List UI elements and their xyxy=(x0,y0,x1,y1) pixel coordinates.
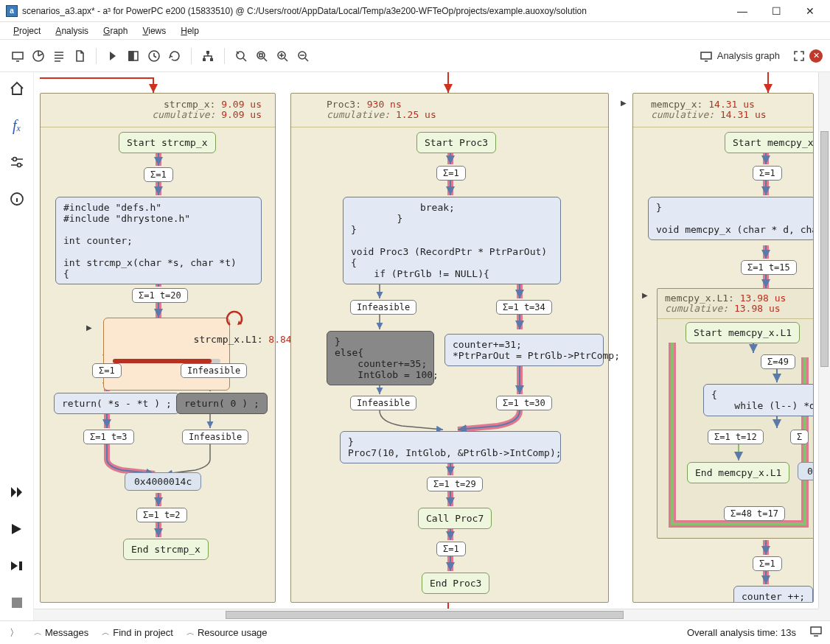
svg-rect-17 xyxy=(19,561,22,570)
node-sigma[interactable]: Σ=1 xyxy=(753,166,782,181)
menu-graph[interactable]: Graph xyxy=(96,24,135,38)
node-return[interactable]: return( *s - *t ) ; xyxy=(54,393,180,414)
node-code[interactable]: counter+=31; *PtrParOut = PtrGlb->PtrCom… xyxy=(444,334,604,366)
play-to-end-icon[interactable] xyxy=(5,554,29,578)
node-code-dead[interactable]: } else{ counter+=35; IntGlob = 100; xyxy=(327,331,434,385)
refresh-icon[interactable] xyxy=(164,46,185,66)
node-edge[interactable]: Σ xyxy=(790,430,809,444)
half-icon[interactable] xyxy=(123,46,144,66)
node-end[interactable]: End strcmp_x xyxy=(123,539,209,560)
zoom-fit-icon[interactable] xyxy=(251,46,272,66)
node-edge[interactable]: Σ=1 t=34 xyxy=(496,300,552,315)
error-icon[interactable]: ✕ xyxy=(809,49,823,63)
node-sigma[interactable]: Σ=1 xyxy=(92,363,122,378)
menu-analysis[interactable]: Analysis xyxy=(48,24,96,38)
clock-icon[interactable] xyxy=(144,46,164,66)
panel-strcmp_x: strcmp_x: 9.09 us cumulative: 9.09 us xyxy=(40,93,276,603)
node-infeasible[interactable]: Infeasible xyxy=(182,430,248,444)
status-overall-time: Overall analysis time: 13s xyxy=(687,627,796,638)
node-loop-hot[interactable]: strcmp_x.L1: 8.84 us xyxy=(103,318,230,391)
fullscreen-icon[interactable] xyxy=(789,46,809,66)
svg-rect-3 xyxy=(129,52,133,60)
step-icon[interactable] xyxy=(102,46,123,66)
graph-icon xyxy=(700,49,713,63)
fx-icon[interactable]: fx xyxy=(5,113,29,137)
node-sigma[interactable]: Σ=1 xyxy=(436,542,466,556)
node-start[interactable]: Start strcmp_x xyxy=(119,132,216,153)
svg-rect-10 xyxy=(259,54,262,57)
status-find[interactable]: ︿Find in project xyxy=(102,627,173,638)
svg-rect-19 xyxy=(811,627,821,634)
node-edge[interactable]: Σ=1 t=30 xyxy=(496,396,552,410)
maximize-button[interactable]: ☐ xyxy=(759,0,793,22)
node-call[interactable]: Call Proc7 xyxy=(418,508,492,529)
panel-memcpy_x: memcpy_x: 14.31 us cumulative: 14.31 us xyxy=(632,93,814,603)
titlebar: a scenarios_a3.apx* - a³ for PowerPC e20… xyxy=(0,0,830,22)
status-messages[interactable]: ︿Messages xyxy=(34,627,88,638)
node-end[interactable]: End memcpy_x.L1 xyxy=(687,462,789,483)
node-sigma[interactable]: Σ=49 xyxy=(761,354,795,369)
node-sigma[interactable]: Σ=1 xyxy=(436,166,466,181)
tree-icon[interactable] xyxy=(198,46,218,66)
close-button[interactable]: ✕ xyxy=(793,0,827,22)
sidebar: fx xyxy=(0,72,34,620)
horizontal-scrollbar[interactable] xyxy=(34,609,818,620)
node-sigma[interactable]: Σ=1 xyxy=(144,167,173,182)
node-code[interactable]: break; } } void Proc3 (RecordPtr * PtrPa… xyxy=(343,197,561,284)
svg-point-14 xyxy=(13,158,16,161)
fast-forward-icon[interactable] xyxy=(5,480,29,504)
play-icon[interactable] xyxy=(5,517,29,541)
node-edge[interactable]: Σ=48 t=17 xyxy=(724,506,785,521)
node-start[interactable]: Start memcpy_x.L1 xyxy=(686,322,800,343)
node-code[interactable]: #include "defs.h" #include "dhrystone.h"… xyxy=(55,197,262,284)
sliders-icon[interactable] xyxy=(5,150,29,174)
menu-help[interactable]: Help xyxy=(173,24,206,38)
node-code[interactable]: } void memcpy_x (char * d, cha xyxy=(648,197,814,240)
svg-rect-18 xyxy=(12,598,22,608)
zoom-out-icon[interactable] xyxy=(293,46,313,66)
vertical-scrollbar[interactable] xyxy=(818,72,830,609)
document-icon[interactable] xyxy=(69,46,90,66)
node-sigma[interactable]: Σ=1 xyxy=(753,556,782,571)
expand-sidebar-icon[interactable]: 〉 xyxy=(7,626,21,640)
node-infeasible[interactable]: Infeasible xyxy=(350,300,416,315)
expand-triangle[interactable]: ▶ xyxy=(86,323,92,332)
svg-rect-6 xyxy=(203,58,206,61)
home-icon[interactable] xyxy=(5,77,29,100)
expand-triangle[interactable]: ▶ xyxy=(621,99,627,107)
node-address[interactable]: 0x4000014c xyxy=(125,472,201,491)
svg-rect-0 xyxy=(13,52,23,59)
node-infeasible[interactable]: Infeasible xyxy=(350,396,416,410)
list-icon[interactable] xyxy=(49,46,69,66)
node-edge[interactable]: Σ=1 t=3 xyxy=(83,430,134,444)
zoom-in-icon[interactable] xyxy=(272,46,293,66)
node-end[interactable]: End Proc3 xyxy=(422,573,489,594)
node-return-dead[interactable]: return( 0 ) ; xyxy=(176,393,268,414)
info-icon[interactable] xyxy=(5,187,29,211)
status-resource[interactable]: ︿Resource usage xyxy=(186,627,268,638)
node-start[interactable]: Start memcpy_x xyxy=(725,132,814,153)
node-address[interactable]: 0x xyxy=(798,462,814,480)
node-code[interactable]: { while (l--) *d++ xyxy=(703,384,814,416)
node-start[interactable]: Start Proc3 xyxy=(416,132,496,153)
node-edge[interactable]: Σ=1 t=20 xyxy=(132,288,188,303)
node-edge[interactable]: Σ=1 t=12 xyxy=(708,430,764,444)
stop-icon[interactable] xyxy=(5,591,29,615)
menubar: Project Analysis Graph Views Help xyxy=(0,22,830,40)
pie-icon[interactable] xyxy=(28,46,49,66)
node-edge[interactable]: Σ=1 t=2 xyxy=(136,508,187,522)
minimize-button[interactable]: — xyxy=(725,0,759,22)
graph-canvas[interactable]: strcmp_x: 9.09 us cumulative: 9.09 us xyxy=(34,72,818,609)
node-infeasible[interactable]: Infeasible xyxy=(181,363,247,378)
node-code[interactable]: counter ++; xyxy=(733,586,813,603)
node-edge[interactable]: Σ=1 t=15 xyxy=(741,260,797,275)
analysis-graph-label: Analysis graph xyxy=(700,49,780,63)
monitor-icon[interactable] xyxy=(809,626,823,639)
node-edge[interactable]: Σ=1 t=29 xyxy=(427,477,483,491)
menu-project[interactable]: Project xyxy=(6,24,48,38)
menu-views[interactable]: Views xyxy=(135,24,173,38)
screen-icon[interactable] xyxy=(7,46,28,66)
node-code[interactable]: } Proc7(10, IntGlob, &PtrGlb->IntComp); xyxy=(340,431,561,463)
zoom-reset-icon[interactable] xyxy=(231,46,251,66)
expand-triangle[interactable]: ▶ xyxy=(642,291,648,299)
